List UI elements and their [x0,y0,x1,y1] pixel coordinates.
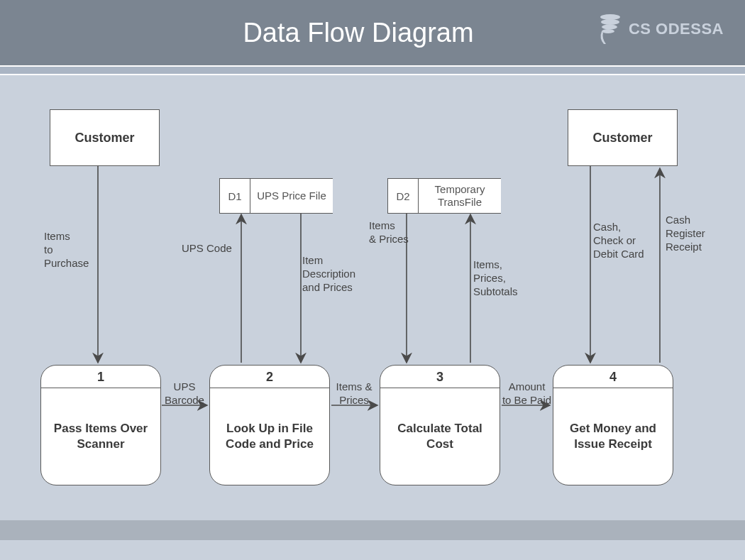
page-title: Data Flow Diagram [243,18,473,48]
flow-label: Cash, Check or Debit Card [593,221,657,260]
header-stripe [0,65,745,75]
flow-label: Items & Prices [369,219,412,246]
flow-label: UPS Code [182,242,238,256]
process-3: 3 Calculate Total Cost [380,365,500,485]
svg-point-2 [602,25,617,30]
datastore-d1: D1 UPS Price File [219,178,333,214]
process-name: Get Money and Issue Receipt [553,388,673,485]
process-name: Pass Items Over Scanner [41,388,160,485]
svg-point-1 [601,19,619,25]
brand-logo: CS ODESSA [596,13,724,45]
process-name: Calculate Total Cost [380,388,500,485]
datastore-d2: D2 Temporary TransFile [387,178,501,214]
header: Data Flow Diagram CS ODESSA [0,0,745,65]
entity-label: Customer [74,131,134,146]
process-2: 2 Look Up in File Code and Price [209,365,330,485]
entity-label: Customer [592,131,652,146]
footer-stripe [0,520,745,540]
process-4: 4 Get Money and Issue Receipt [553,365,673,485]
entity-customer-right: Customer [568,109,678,166]
process-name: Look Up in File Code and Price [210,388,329,485]
datastore-id: D1 [219,178,250,214]
process-number: 2 [210,366,329,388]
flow-label: UPS Barcode [160,380,209,407]
flow-label: Item Description and Prices [302,254,373,294]
flow-label: Amount to Be Paid [497,380,557,407]
svg-point-3 [602,29,614,33]
datastore-name: Temporary TransFile [419,178,501,214]
process-1: 1 Pass Items Over Scanner [40,365,161,485]
logo-icon [596,13,624,45]
flow-label: Items to Purchase [44,230,101,270]
process-number: 1 [41,366,160,388]
process-number: 4 [553,366,673,388]
datastore-name: UPS Price File [250,178,333,214]
entity-customer-left: Customer [50,109,160,166]
diagram-canvas: Customer Customer D1 UPS Price File D2 T… [0,75,745,540]
brand-text: CS ODESSA [629,20,724,38]
flow-label: Items & Prices [329,380,379,407]
datastore-id: D2 [387,178,419,214]
process-number: 3 [380,366,500,388]
svg-point-0 [600,14,620,20]
flow-label: Items, Prices, Subtotals [473,258,530,298]
flow-label: Cash Register Receipt [666,214,722,253]
